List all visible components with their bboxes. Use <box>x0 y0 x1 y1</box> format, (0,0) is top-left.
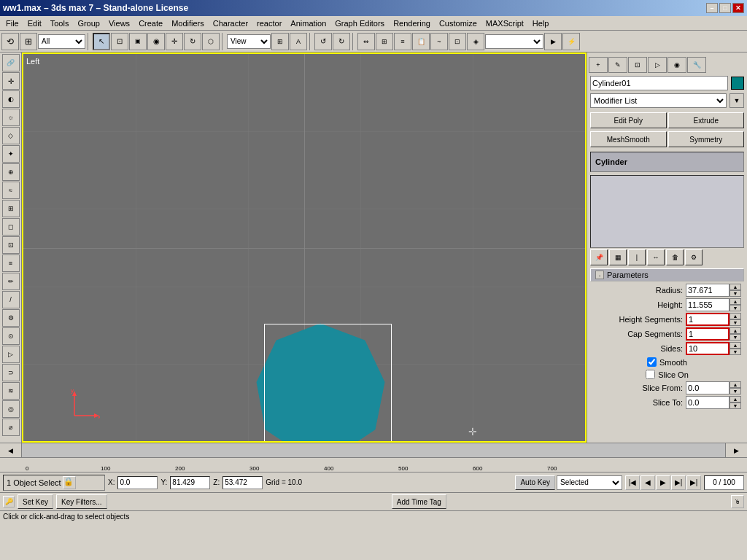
rotate-btn[interactable]: ↻ <box>184 33 201 50</box>
symmetry-btn[interactable]: Symmetry <box>668 131 745 147</box>
slice-to-spin-down[interactable]: ▼ <box>729 402 741 409</box>
named-selections-btn[interactable]: 📋 <box>412 33 430 50</box>
key-filters-btn[interactable]: Key Filters... <box>56 494 107 509</box>
array-btn[interactable]: ⊞ <box>376 33 393 50</box>
schematic-view-btn[interactable]: ⊡ <box>449 33 466 50</box>
height-segments-spin-up[interactable]: ▲ <box>729 313 741 319</box>
render-select[interactable] <box>485 34 543 49</box>
cap-segments-spin-down[interactable]: ▼ <box>729 334 741 341</box>
menu-character[interactable]: Character <box>209 18 252 29</box>
height-spin-up[interactable]: ▲ <box>729 298 741 305</box>
left-btn-12[interactable]: ≡ <box>2 254 20 272</box>
mesh-smooth-btn[interactable]: MeshSmooth <box>590 131 667 147</box>
height-segments-input[interactable] <box>686 313 729 326</box>
tab-create[interactable]: + <box>589 57 608 73</box>
left-btn-17[interactable]: ▷ <box>2 346 20 363</box>
left-btn-8[interactable]: ≈ <box>2 182 20 199</box>
select-circle-btn[interactable]: ◉ <box>147 33 165 50</box>
menu-rendering[interactable]: Rendering <box>389 18 435 29</box>
time-display[interactable]: 0 / 100 <box>704 475 744 490</box>
height-spin-down[interactable]: ▼ <box>729 305 741 311</box>
maximize-button[interactable]: □ <box>719 3 731 13</box>
goto-start-btn[interactable]: |◀ <box>625 475 640 490</box>
height-input[interactable] <box>686 298 729 311</box>
left-btn-20[interactable]: ◎ <box>2 400 20 418</box>
quick-render-btn[interactable]: ⚡ <box>562 33 580 50</box>
configure-btn[interactable]: ⚙ <box>685 249 703 265</box>
sides-spin-up[interactable]: ▲ <box>729 342 741 349</box>
sides-spin-down[interactable]: ▼ <box>729 349 741 355</box>
selected-dropdown[interactable]: Selected <box>557 475 622 490</box>
select-rect-btn[interactable]: ▣ <box>129 33 147 50</box>
left-btn-15[interactable]: ⚙ <box>2 309 20 327</box>
close-button[interactable]: ✕ <box>732 3 744 13</box>
status-icon-1[interactable]: 🖱 <box>731 495 744 508</box>
left-btn-13[interactable]: ✏ <box>2 273 20 290</box>
toolbar-btn-2[interactable]: ⊞ <box>20 33 37 50</box>
menu-help[interactable]: Help <box>528 18 554 29</box>
radius-spin-up[interactable]: ▲ <box>729 284 741 290</box>
height-segments-spin-down[interactable]: ▼ <box>729 319 741 326</box>
radius-input[interactable] <box>686 284 729 297</box>
menu-modifiers[interactable]: Modifiers <box>167 18 209 29</box>
lock-btn[interactable]: 🔒 <box>63 476 76 489</box>
left-btn-6[interactable]: ✦ <box>2 145 20 163</box>
tab-hierarchy[interactable]: ⊡ <box>628 57 647 73</box>
x-input[interactable] <box>117 476 158 489</box>
edit-poly-btn[interactable]: Edit Poly <box>590 112 667 128</box>
make-unique-btn[interactable]: ↔ <box>647 249 665 265</box>
slice-on-checkbox[interactable] <box>646 370 655 379</box>
render-btn[interactable]: ▶ <box>544 33 562 50</box>
left-btn-7[interactable]: ⊕ <box>2 163 20 181</box>
smooth-checkbox[interactable] <box>647 357 657 367</box>
view-select[interactable]: View <box>227 34 271 49</box>
tab-modify[interactable]: ✎ <box>608 57 627 73</box>
timeline-right-arrow[interactable]: ▶ <box>725 443 747 458</box>
filter-select[interactable]: All <box>38 34 85 49</box>
menu-file[interactable]: File <box>1 18 23 29</box>
parameters-header[interactable]: - Parameters <box>590 268 744 281</box>
viewport[interactable]: Left x y ✛ <box>22 52 587 443</box>
slice-from-spin-down[interactable]: ▼ <box>729 388 741 394</box>
left-btn-4[interactable]: ☼ <box>2 109 20 126</box>
left-btn-14[interactable]: / <box>2 291 20 308</box>
left-btn-9[interactable]: ⊞ <box>2 200 20 217</box>
y-input[interactable] <box>170 476 210 489</box>
curve-editor-btn[interactable]: ~ <box>430 33 448 50</box>
modifier-stack-item[interactable]: Cylinder <box>590 152 744 172</box>
pin-stack-btn[interactable]: 📌 <box>590 249 608 265</box>
timeline-scroll-area[interactable] <box>22 443 725 458</box>
material-editor-btn[interactable]: ◈ <box>467 33 484 50</box>
slice-to-spin-up[interactable]: ▲ <box>729 396 741 402</box>
z-input[interactable] <box>222 476 263 489</box>
left-btn-10[interactable]: ◻ <box>2 218 20 236</box>
left-btn-21[interactable]: ⌀ <box>2 419 20 436</box>
slice-from-spin-up[interactable]: ▲ <box>729 381 741 388</box>
add-time-tag-btn[interactable]: Add Time Tag <box>392 494 446 509</box>
left-btn-link[interactable]: 🔗 <box>2 54 20 71</box>
goto-end-btn[interactable]: ▶| <box>686 475 701 490</box>
key-icon-btn[interactable]: 🔑 <box>3 496 15 508</box>
radius-spin-down[interactable]: ▼ <box>729 290 741 297</box>
play-btn[interactable]: ▶ <box>656 475 670 490</box>
show-results-btn[interactable]: ▦ <box>609 249 627 265</box>
extrude-btn[interactable]: Extrude <box>668 112 745 128</box>
params-collapse-btn[interactable]: - <box>595 271 604 279</box>
toolbar-snaps-btn[interactable]: ⊞ <box>271 33 289 50</box>
menu-create[interactable]: Create <box>134 18 167 29</box>
cap-segments-input[interactable] <box>686 327 729 341</box>
left-btn-16[interactable]: ⊙ <box>2 327 20 345</box>
menu-views[interactable]: Views <box>104 18 134 29</box>
menu-group[interactable]: Group <box>73 18 104 29</box>
minimize-button[interactable]: – <box>706 3 718 13</box>
modifier-list-select[interactable]: Modifier List <box>590 93 727 108</box>
select-region-btn[interactable]: ⊡ <box>111 33 128 50</box>
menu-edit[interactable]: Edit <box>23 18 46 29</box>
align-btn[interactable]: ≡ <box>394 33 411 50</box>
object-name-input[interactable] <box>590 76 728 90</box>
left-btn-18[interactable]: ⊃ <box>2 364 20 381</box>
cap-segments-spin-up[interactable]: ▲ <box>729 327 741 334</box>
prev-frame-btn[interactable]: ◀ <box>640 475 655 490</box>
move-btn[interactable]: ✛ <box>166 33 183 50</box>
next-frame-btn[interactable]: ▶| <box>671 475 686 490</box>
